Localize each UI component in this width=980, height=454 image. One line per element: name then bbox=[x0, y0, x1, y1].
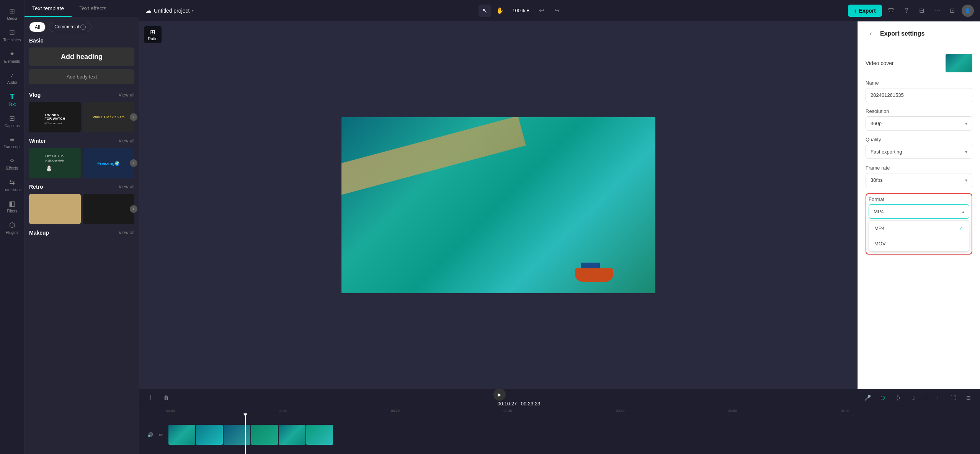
undo-btn[interactable]: ↩ bbox=[536, 5, 548, 17]
winter-next-btn[interactable]: › bbox=[130, 159, 137, 167]
sidebar-item-filters[interactable]: ◧ Filters bbox=[2, 196, 23, 216]
vlog-next-btn[interactable]: › bbox=[130, 113, 137, 121]
sidebar-item-captions[interactable]: ⊟ Captions bbox=[2, 111, 23, 131]
retro-template-2[interactable] bbox=[83, 194, 135, 224]
sidebar-item-label: Effects bbox=[6, 166, 18, 170]
name-field: Name bbox=[866, 80, 972, 102]
format-option-mp4[interactable]: MP4 ✓ bbox=[869, 220, 969, 236]
layout-btn[interactable]: ⊡ bbox=[946, 5, 959, 17]
frame-rate-select[interactable]: 30fps ▾ bbox=[866, 173, 972, 187]
emoji-btn[interactable]: ☺ bbox=[908, 392, 919, 403]
avatar[interactable]: 👤 bbox=[962, 5, 974, 17]
ruler-mark-6: 01:00 bbox=[841, 409, 953, 413]
format-option-mov[interactable]: MOV bbox=[869, 236, 969, 251]
format-select[interactable]: MP4 ▴ bbox=[869, 204, 969, 219]
quality-value: Fast exporting bbox=[871, 149, 902, 155]
resolution-chevron-icon: ▾ bbox=[965, 121, 967, 126]
makeup-view-all[interactable]: View all bbox=[119, 230, 134, 235]
code-btn[interactable]: ⟨⟩ bbox=[893, 392, 903, 403]
filter-commercial-btn[interactable]: Commercial i bbox=[49, 22, 91, 32]
name-input[interactable] bbox=[866, 88, 972, 102]
add-track-btn[interactable]: + bbox=[933, 392, 943, 403]
sidebar-item-audio[interactable]: ♪ Audio bbox=[2, 68, 23, 88]
current-time: 00:10:27 bbox=[498, 401, 517, 407]
timeline-ruler: 00:00 00:10 00:20 00:30 00:40 00:50 01:0… bbox=[139, 406, 980, 415]
more-btn[interactable]: ⋯ bbox=[931, 5, 943, 17]
zoom-value: 100% bbox=[512, 8, 525, 13]
zoom-chevron-icon: ▾ bbox=[527, 8, 529, 13]
shield-btn[interactable]: 🛡 bbox=[885, 5, 897, 17]
captions-icon: ⊟ bbox=[9, 114, 15, 122]
vlog-template-1[interactable]: - THANKSFOR WATCH @ Your account bbox=[29, 102, 81, 132]
top-bar-right: ↑ Export 🛡 ? ⊟ ⋯ ⊡ 👤 bbox=[848, 5, 974, 17]
sidebar-item-effects[interactable]: ✧ Effects bbox=[2, 154, 23, 173]
sidebar-item-templates[interactable]: ⊡ Templates bbox=[2, 25, 23, 45]
winter-template-2[interactable]: Freezing🌍 bbox=[83, 148, 135, 178]
top-bar-center: ↖ ✋ 100% ▾ ↩ ↪ bbox=[479, 5, 563, 17]
retro-title: Retro bbox=[29, 184, 43, 190]
play-btn[interactable]: ▶ bbox=[493, 389, 506, 401]
video-cover-thumb[interactable] bbox=[946, 54, 972, 72]
quality-select[interactable]: Fast exporting ▾ bbox=[866, 145, 972, 159]
winter-template-1[interactable]: LET'S BUILDA SNOWMAN ⛄ bbox=[29, 148, 81, 178]
project-name-text: Untitled project bbox=[154, 8, 189, 14]
zoom-display[interactable]: 100% ▾ bbox=[509, 6, 532, 15]
winter-title: Winter bbox=[29, 138, 46, 144]
ruler-mark-2: 00:20 bbox=[391, 409, 503, 413]
project-name[interactable]: ☁ Untitled project ▾ bbox=[145, 7, 194, 14]
ai-btn[interactable]: ⬡ bbox=[877, 392, 888, 403]
transcript-icon: ≡ bbox=[10, 136, 14, 144]
export-icon: ↑ bbox=[854, 8, 857, 14]
winter-view-all[interactable]: View all bbox=[119, 138, 134, 144]
boat bbox=[571, 259, 617, 282]
ratio-btn[interactable]: ⊞ Ratio bbox=[144, 26, 162, 43]
video-strip bbox=[168, 425, 974, 445]
tab-text-template[interactable]: Text template bbox=[24, 0, 72, 17]
video-cover-label: Video cover bbox=[866, 60, 894, 66]
vlog-template-2[interactable]: WAKE UP / 7:15 am bbox=[83, 102, 135, 132]
sidebar-item-transitions[interactable]: ⇆ Transitions bbox=[2, 175, 23, 195]
export-body: Video cover Name Resolution 360p bbox=[858, 46, 980, 389]
retro-template-1[interactable] bbox=[29, 194, 81, 224]
mic-btn[interactable]: 🎤 bbox=[862, 392, 873, 403]
retro-next-btn[interactable]: › bbox=[130, 205, 137, 213]
sidebar-item-text[interactable]: T Text bbox=[2, 89, 23, 109]
share-btn[interactable]: ⊟ bbox=[916, 5, 928, 17]
help-btn[interactable]: ? bbox=[900, 5, 913, 17]
expand-btn[interactable]: ⊡ bbox=[963, 392, 974, 403]
filter-all-btn[interactable]: All bbox=[29, 22, 46, 32]
sidebar-item-plugins[interactable]: ⬡ Plugins bbox=[2, 218, 23, 238]
export-btn[interactable]: ↑ Export bbox=[848, 5, 882, 17]
tab-text-effects[interactable]: Text effects bbox=[72, 0, 114, 17]
add-body-btn[interactable]: Add body text bbox=[29, 69, 134, 84]
video-ocean bbox=[341, 117, 655, 293]
add-heading-btn[interactable]: Add heading bbox=[29, 47, 134, 66]
export-label: Export bbox=[859, 8, 876, 14]
sidebar-item-media[interactable]: ⊞ Media bbox=[2, 4, 23, 24]
frame-rate-field: Frame rate 30fps ▾ bbox=[866, 165, 972, 187]
text-cursor-btn[interactable]: I bbox=[145, 392, 156, 403]
retro-template-grid bbox=[29, 194, 134, 224]
main-area: ☁ Untitled project ▾ ↖ ✋ 100% ▾ ↩ ↪ ↑ Ex… bbox=[139, 0, 980, 454]
vlog-view-all[interactable]: View all bbox=[119, 92, 134, 98]
format-field: Format MP4 ▴ MP4 ✓ bbox=[866, 193, 972, 255]
retro-view-all[interactable]: View all bbox=[119, 184, 134, 189]
redo-btn[interactable]: ↪ bbox=[551, 5, 563, 17]
winter-section: Winter View all LET'S BUILDA SNOWMAN ⛄ F… bbox=[29, 138, 134, 178]
video-frame-6 bbox=[306, 425, 333, 445]
sidebar-item-transcript[interactable]: ≡ Transcript bbox=[2, 132, 23, 152]
format-value: MP4 bbox=[874, 209, 884, 214]
pan-tool-btn[interactable]: ✋ bbox=[494, 5, 506, 17]
sidebar-item-elements[interactable]: ✦ Elements bbox=[2, 47, 23, 67]
pencil-btn[interactable]: ✏ bbox=[156, 430, 165, 439]
format-chevron-icon: ▴ bbox=[962, 209, 964, 214]
volume-btn[interactable]: 🔊 bbox=[145, 430, 155, 439]
export-back-btn[interactable]: ‹ bbox=[866, 28, 876, 39]
delete-btn[interactable]: 🗑 bbox=[161, 392, 172, 403]
resolution-select[interactable]: 360p ▾ bbox=[866, 116, 972, 131]
sidebar-item-label: Templates bbox=[3, 38, 21, 42]
ruler-mark-0: 00:00 bbox=[166, 409, 279, 413]
vlog-section: Vlog View all - THANKSFOR WATCH @ Your a… bbox=[29, 92, 134, 132]
fullscreen-btn[interactable]: ⛶ bbox=[948, 392, 959, 403]
pointer-tool-btn[interactable]: ↖ bbox=[479, 5, 491, 17]
